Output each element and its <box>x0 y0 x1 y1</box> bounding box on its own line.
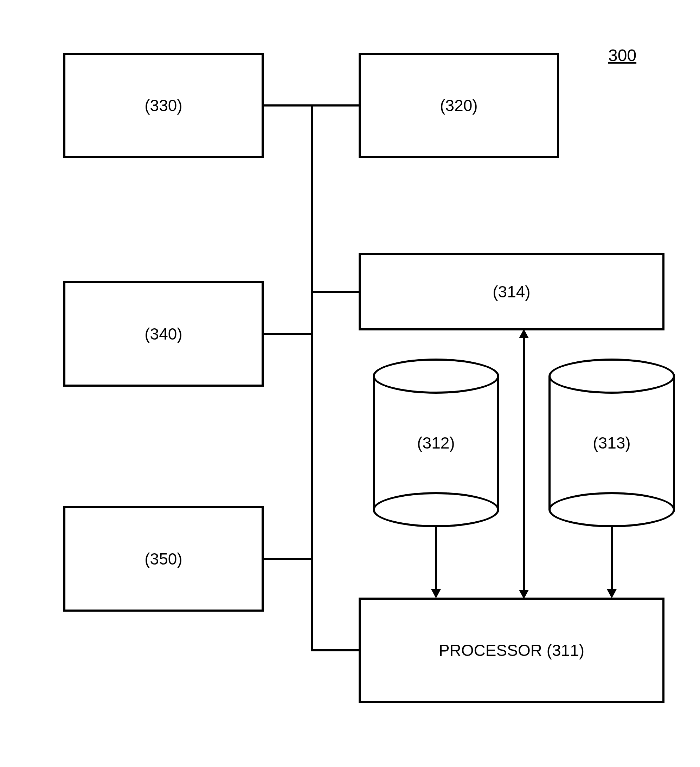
block-320-label: (320) <box>440 96 477 115</box>
block-330: (330) <box>63 53 264 158</box>
block-processor: PROCESSOR (311) <box>359 598 665 703</box>
cylinder-313: (313) <box>549 358 675 527</box>
block-314: (314) <box>359 253 665 330</box>
connector-350-bus <box>264 558 313 560</box>
connector-340-bus <box>264 333 313 335</box>
arrow-313-processor-head <box>607 589 617 598</box>
connector-bus-314 <box>311 291 360 293</box>
block-330-label: (330) <box>145 96 182 115</box>
block-350: (350) <box>63 506 264 612</box>
arrow-312-processor-head <box>431 589 441 598</box>
cylinder-312-label: (312) <box>417 433 455 452</box>
block-processor-label: PROCESSOR (311) <box>439 641 584 660</box>
figure-number-label: 300 <box>608 46 636 65</box>
arrow-314-processor-line <box>523 337 525 590</box>
bus-vertical <box>311 105 313 650</box>
connector-bus-320 <box>311 104 360 107</box>
diagram-canvas: 300 (330) (320) (340) (350) (314) PROCES… <box>0 0 700 767</box>
arrow-314-processor-head-down <box>519 590 529 599</box>
connector-bus-processor <box>311 649 360 651</box>
arrow-314-processor-head-up <box>519 329 529 338</box>
connector-330-bus <box>264 104 313 107</box>
block-350-label: (350) <box>145 549 182 568</box>
block-314-label: (314) <box>493 282 530 301</box>
block-340-label: (340) <box>145 325 182 344</box>
block-340: (340) <box>63 281 264 387</box>
arrow-312-processor-line <box>435 527 437 590</box>
block-320: (320) <box>359 53 559 158</box>
cylinder-313-label: (313) <box>593 433 630 452</box>
cylinder-312: (312) <box>373 358 499 527</box>
arrow-313-processor-line <box>611 527 613 590</box>
